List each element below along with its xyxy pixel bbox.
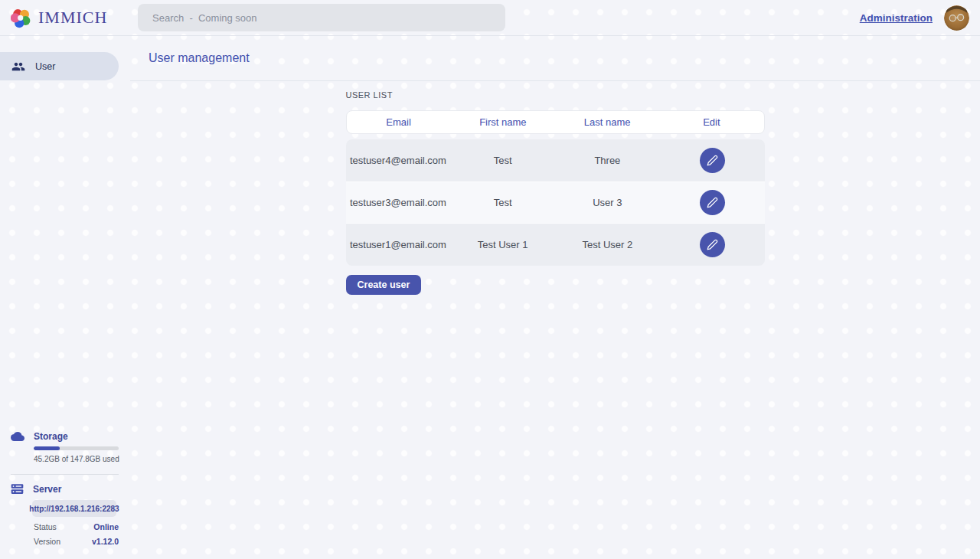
server-url-badge: http://192.168.1.216:2283: [32, 500, 116, 517]
cell-first-name: Test: [450, 155, 555, 166]
sidebar-item-label: User: [35, 61, 55, 72]
cell-first-name: Test User 1: [450, 239, 555, 250]
storage-progress-fill: [34, 446, 60, 450]
immich-flower-icon: [11, 8, 31, 28]
user-list-label: USER LIST: [346, 90, 765, 100]
edit-user-button[interactable]: [700, 148, 725, 173]
sidebar: User Storage 45.2GB of 147.8GB used: [0, 36, 130, 559]
pencil-icon: [707, 197, 718, 208]
pencil-icon: [707, 239, 718, 250]
storage-title: Storage: [34, 431, 68, 442]
sidebar-item-user[interactable]: User: [0, 52, 119, 80]
column-header-email: Email: [347, 116, 451, 128]
storage-used-label: 45.2GB of 147.8GB used: [34, 455, 130, 463]
cell-last-name: Test User 2: [555, 239, 660, 250]
sidebar-divider: [11, 474, 119, 475]
edit-user-button[interactable]: [700, 190, 725, 215]
column-header-first-name: First name: [451, 116, 555, 128]
server-status-row: Status Online: [34, 522, 119, 531]
page-header: User management: [130, 36, 980, 81]
administration-link[interactable]: Administration: [860, 12, 933, 24]
server-version-row: Version v1.12.0: [34, 537, 119, 546]
column-header-edit: Edit: [659, 116, 763, 128]
cell-email: testuser3@email.com: [346, 197, 451, 208]
sidebar-footer: Storage 45.2GB of 147.8GB used: [0, 431, 130, 546]
table-row: testuser1@email.com Test User 1 Test Use…: [346, 224, 765, 266]
cell-last-name: User 3: [555, 197, 660, 208]
create-user-button[interactable]: Create user: [346, 275, 422, 295]
server-icon: [11, 482, 24, 495]
status-label: Status: [34, 522, 57, 531]
cloud-icon: [11, 431, 24, 442]
user-table-body: testuser4@email.com Test Three testuser3…: [346, 139, 765, 266]
version-value: v1.12.0: [92, 537, 119, 546]
version-label: Version: [34, 537, 60, 546]
storage-progress-bar: [34, 446, 119, 450]
pencil-icon: [707, 155, 718, 166]
cell-last-name: Three: [555, 155, 660, 166]
users-icon: [11, 60, 25, 74]
edit-user-button[interactable]: [700, 232, 725, 257]
column-header-last-name: Last name: [555, 116, 659, 128]
search-input[interactable]: [138, 4, 505, 31]
brand-logo[interactable]: IMMICH: [11, 8, 107, 28]
status-value: Online: [93, 522, 119, 531]
brand-name: IMMICH: [38, 8, 107, 28]
page-title: User management: [149, 51, 250, 65]
avatar[interactable]: [944, 5, 969, 31]
cell-email: testuser1@email.com: [346, 239, 451, 250]
cell-first-name: Test: [450, 197, 555, 208]
table-row: testuser4@email.com Test Three: [346, 139, 765, 181]
user-table-header: Email First name Last name Edit: [346, 110, 765, 134]
server-title: Server: [33, 484, 61, 495]
cell-email: testuser4@email.com: [346, 155, 451, 166]
main-panel: User management USER LIST Email First na…: [130, 36, 980, 559]
table-row: testuser3@email.com Test User 3: [346, 181, 765, 224]
top-bar: IMMICH Administration: [0, 0, 980, 36]
